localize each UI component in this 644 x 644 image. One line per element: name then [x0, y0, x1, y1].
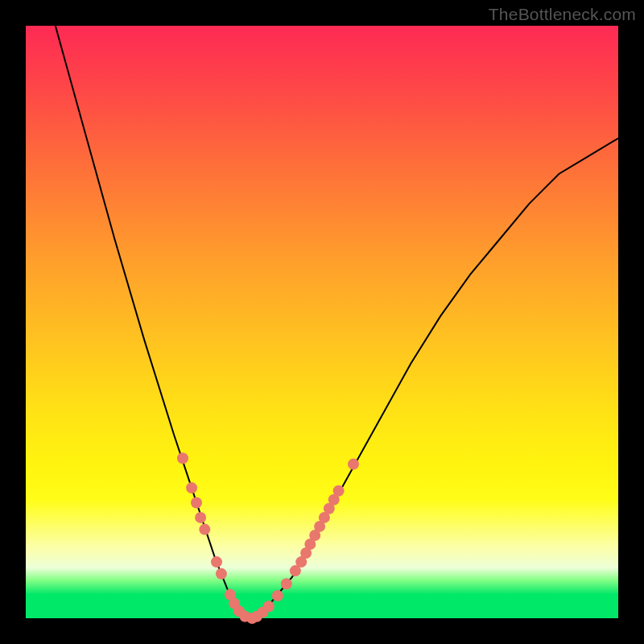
highlight-point — [333, 485, 345, 497]
highlight-point — [348, 459, 359, 470]
watermark-text: TheBottleneck.com — [489, 5, 636, 24]
highlight-point — [191, 497, 202, 509]
highlight-point — [272, 590, 283, 601]
chart-frame: TheBottleneck.com — [0, 0, 644, 644]
highlight-point — [211, 556, 222, 568]
highlight-point — [263, 601, 275, 612]
highlight-point — [216, 568, 227, 580]
curve-svg — [26, 26, 618, 618]
plot-area — [26, 26, 618, 618]
highlight-point — [195, 512, 206, 523]
highlight-point — [186, 482, 197, 493]
bottleneck-curve — [56, 26, 618, 618]
highlight-point — [199, 524, 210, 535]
highlight-point — [281, 578, 292, 589]
highlight-point — [177, 452, 188, 464]
